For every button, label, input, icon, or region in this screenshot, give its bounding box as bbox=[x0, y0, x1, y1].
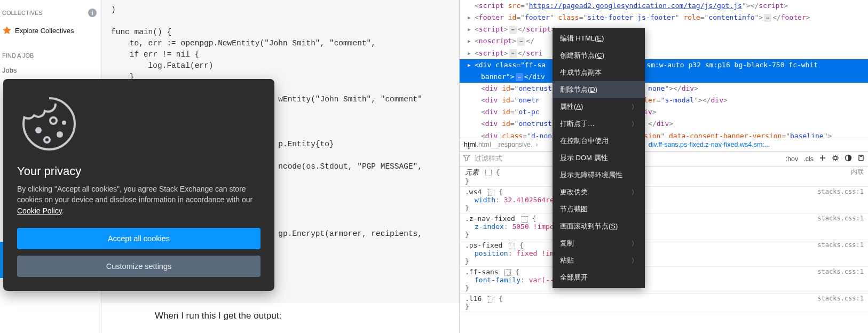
info-icon[interactable]: i bbox=[88, 9, 97, 17]
cookie-text: By clicking "Accept all cookies", you ag… bbox=[17, 184, 261, 216]
css-rule[interactable]: .ff-sans {stacks.css:1font-family: var(-… bbox=[460, 267, 868, 294]
star-icon bbox=[2, 26, 12, 35]
context-menu: 编辑 HTML(E)创建新节点(C)生成节点副本删除节点(D)属性(A)〉打断点… bbox=[553, 28, 645, 288]
svg-point-1 bbox=[50, 117, 57, 124]
dom-line-selected[interactable]: ▸<div class="ff-sa ws4 sm:w-auto p32 sm:… bbox=[460, 59, 868, 71]
explore-collectives-link[interactable]: Explore Collectives bbox=[0, 21, 101, 39]
context-menu-item[interactable]: 全部展开 bbox=[553, 269, 645, 286]
crumb[interactable]: html.html__responsive. bbox=[464, 141, 533, 148]
css-rule[interactable]: .z-nav-fixed {stacks.css:1z-index: 5050 … bbox=[460, 213, 868, 240]
dom-line[interactable]: <div class="d-nonsion" data-consent-bann… bbox=[460, 130, 868, 138]
filter-icon[interactable] bbox=[463, 154, 470, 163]
dom-line-selected-2[interactable]: banner">⋯</div bbox=[460, 71, 868, 83]
find-job-label: FIND A JOB bbox=[0, 39, 101, 63]
dom-line[interactable]: <div id="onetroller="s-modal"></div> bbox=[460, 94, 868, 106]
context-menu-item[interactable]: 画面滚动到节点(S) bbox=[553, 218, 645, 235]
css-rule[interactable]: 元素 {内联} bbox=[460, 166, 868, 187]
cookie-title: Your privacy bbox=[17, 164, 261, 178]
context-menu-item[interactable]: 粘贴〉 bbox=[553, 252, 645, 269]
svg-point-5 bbox=[834, 156, 837, 160]
context-menu-item[interactable]: 编辑 HTML(E) bbox=[553, 30, 645, 47]
dom-line[interactable]: ▸<noscript>⋯</ bbox=[460, 35, 868, 47]
svg-point-0 bbox=[35, 127, 42, 133]
dom-breadcrumb[interactable]: html.html__responsive. › -theme › div.ff… bbox=[460, 138, 868, 152]
cookie-banner: Your privacy By clicking "Accept all coo… bbox=[3, 79, 274, 291]
jobs-link[interactable]: Jobs bbox=[0, 63, 101, 77]
cls-button[interactable]: .cls bbox=[803, 155, 814, 163]
plus-icon[interactable] bbox=[819, 154, 826, 163]
context-menu-item[interactable]: 更改伪类〉 bbox=[553, 184, 645, 201]
dom-line[interactable]: <script src="https://pagead2.googlesyndi… bbox=[460, 0, 868, 12]
hov-button[interactable]: :hov bbox=[786, 155, 799, 163]
dom-line[interactable]: <div id="onetrustnone"></div> bbox=[460, 83, 868, 94]
cookie-policy-link[interactable]: Cookie Policy bbox=[17, 207, 62, 215]
svg-point-3 bbox=[44, 137, 50, 142]
dom-line[interactable]: ▸<script>⋯</script> bbox=[460, 23, 868, 35]
styles-pane[interactable]: 元素 {内联}.ws4 {stacks.css:1width: 32.41025… bbox=[460, 166, 868, 312]
context-menu-item[interactable]: 节点截图 bbox=[553, 201, 645, 218]
chevron-right-icon: 〉 bbox=[632, 257, 637, 265]
svg-point-2 bbox=[57, 131, 63, 138]
chevron-right-icon: 〉 bbox=[632, 103, 637, 111]
chevron-right-icon: › bbox=[536, 141, 538, 148]
svg-rect-8 bbox=[860, 156, 862, 157]
context-menu-item[interactable]: 复制〉 bbox=[553, 235, 645, 252]
brightness-icon[interactable] bbox=[832, 154, 839, 163]
crumb-active[interactable]: div.ff-sans.ps-fixed.z-nav-fixed.ws4.sm:… bbox=[649, 141, 770, 148]
context-menu-item[interactable]: 显示 DOM 属性 bbox=[553, 149, 645, 166]
print-icon[interactable] bbox=[857, 154, 865, 163]
cookie-icon bbox=[17, 92, 81, 156]
accept-cookies-button[interactable]: Accept all cookies bbox=[17, 228, 261, 249]
styles-toolbar: 过滤样式 :hov .cls bbox=[460, 152, 868, 166]
css-rule[interactable]: .ps-fixed {stacks.css:1position: fixed !… bbox=[460, 240, 868, 267]
devtools-panel: <script src="https://pagead2.googlesyndi… bbox=[459, 0, 868, 333]
chevron-right-icon: 〉 bbox=[632, 188, 637, 196]
context-menu-item[interactable]: 显示无障碍环境属性 bbox=[553, 166, 645, 184]
dom-line[interactable]: <div id="ot-pc/div> bbox=[460, 106, 868, 118]
chevron-right-icon: 〉 bbox=[632, 120, 637, 128]
dom-line[interactable]: ▸<footer id="footer" class="site-footer … bbox=[460, 12, 868, 23]
cookie-text-a: By clicking "Accept all cookies", you ag… bbox=[17, 185, 252, 204]
context-menu-item[interactable]: 在控制台中使用 bbox=[553, 132, 645, 149]
svg-point-4 bbox=[62, 121, 66, 125]
svg-rect-7 bbox=[859, 155, 863, 161]
customize-settings-button[interactable]: Customize settings bbox=[17, 256, 261, 277]
dom-tree[interactable]: <script src="https://pagead2.googlesyndi… bbox=[460, 0, 868, 138]
css-rule[interactable]: .ws4 {stacks.css:1width: 32.4102564re} bbox=[460, 187, 868, 213]
context-menu-item[interactable]: 生成节点副本 bbox=[553, 64, 645, 81]
context-menu-item[interactable]: 打断点于…〉 bbox=[553, 115, 645, 132]
context-menu-item[interactable]: 属性(A)〉 bbox=[553, 98, 645, 115]
context-menu-item[interactable]: 创建新节点(C) bbox=[553, 47, 645, 64]
contrast-icon[interactable] bbox=[845, 154, 852, 163]
explore-text: Explore Collectives bbox=[15, 27, 74, 35]
chevron-right-icon: 〉 bbox=[632, 240, 637, 248]
after-code-text: When I run this I get the output: bbox=[101, 303, 459, 321]
cookie-text-b: . bbox=[62, 207, 64, 215]
dom-line[interactable]: ▸<script>⋯</scri bbox=[460, 47, 868, 59]
context-menu-item[interactable]: 删除节点(D) bbox=[553, 81, 645, 98]
collectives-text: COLLECTIVES bbox=[2, 10, 43, 16]
dom-line[interactable]: <div id="onetrust</div> bbox=[460, 118, 868, 130]
css-rule[interactable]: .l16 {stacks.css:1} bbox=[460, 294, 868, 312]
collectives-label: COLLECTIVES i bbox=[0, 4, 101, 21]
